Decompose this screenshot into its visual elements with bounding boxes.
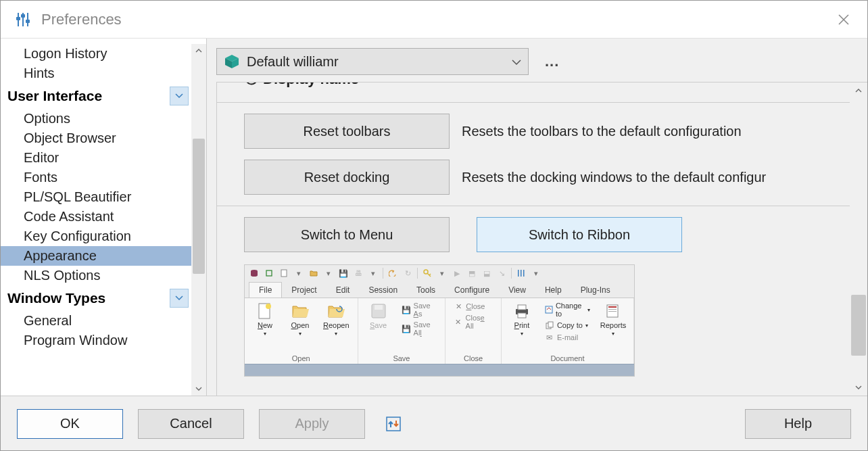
drop-icon: ▾ (323, 268, 334, 279)
reset-toolbars-desc: Resets the toolbars to the default confi… (462, 124, 742, 139)
saveall-icon: 💾 (402, 324, 411, 333)
square-icon (264, 268, 274, 279)
ok-button[interactable]: OK (17, 409, 123, 439)
svg-rect-18 (518, 305, 526, 310)
collapse-icon[interactable] (170, 87, 189, 105)
close-icon[interactable] (834, 9, 854, 30)
db-icon (249, 268, 260, 279)
reset-toolbars-button[interactable]: Reset toolbars (244, 114, 450, 149)
more-button[interactable]: ... (545, 53, 559, 70)
play-icon: ▶ (452, 268, 462, 279)
quick-access-toolbar: ▾ ▾ 💾 🖶 ▾ ↻ ▾ ▶ (245, 265, 634, 281)
sidebar-item-appearance[interactable]: Appearance (1, 246, 191, 266)
folder-reopen-icon (326, 302, 346, 320)
scroll-thumb[interactable] (193, 139, 205, 274)
ribbon-reports-button[interactable]: Reports▾ (598, 301, 628, 338)
sidebar-section-window-types[interactable]: Window Types (1, 285, 191, 311)
ribbon-tab-file[interactable]: File (249, 282, 282, 298)
sidebar-item-program-window[interactable]: Program Window (1, 331, 191, 350)
content-scrollbar[interactable] (850, 82, 867, 396)
ribbon-print-button[interactable]: Print▾ (507, 301, 537, 338)
save-icon: 💾 (338, 268, 349, 279)
import-export-icon[interactable] (384, 414, 403, 433)
sidebar-scrollbar[interactable] (191, 44, 206, 396)
close-doc-icon: ✕ (454, 302, 463, 311)
apply-button[interactable]: Apply (259, 409, 365, 439)
ribbon-tab-project[interactable]: Project (282, 283, 326, 298)
ribbon-closeall-button[interactable]: ✕Close All (451, 313, 496, 331)
scroll-up-icon[interactable] (191, 44, 206, 57)
save-icon (368, 302, 389, 320)
group-label: Document (507, 353, 628, 362)
ribbon-preview: ▾ ▾ 💾 🖶 ▾ ↻ ▾ ▶ (244, 264, 635, 377)
preferences-icon (14, 11, 32, 28)
ribbon-tab-configure[interactable]: Configure (445, 283, 499, 298)
ribbon-reopen-button[interactable]: Reopen▾ (320, 301, 352, 338)
ribbon-save-button[interactable]: Save (364, 301, 393, 331)
sidebar-item-editor[interactable]: Editor (1, 148, 191, 168)
svg-rect-16 (375, 305, 383, 310)
sidebar-item-hints[interactable]: Hints (1, 64, 191, 83)
svg-rect-12 (523, 270, 525, 277)
sidebar-item-key-configuration[interactable]: Key Configuration (1, 227, 191, 246)
ribbon-open-button[interactable]: Open▾ (285, 301, 315, 338)
change-icon (545, 305, 553, 314)
sidebar-item-object-browser[interactable]: Object Browser (1, 128, 191, 148)
svg-rect-8 (281, 270, 287, 277)
ribbon-changeto-button[interactable]: Change to▾ (542, 301, 593, 318)
drop-icon: ▾ (437, 268, 448, 279)
cancel-button[interactable]: Cancel (138, 409, 244, 439)
ribbon-saveall-button[interactable]: 💾Save All (399, 320, 440, 337)
copy-icon (545, 321, 554, 330)
key-icon (422, 268, 433, 279)
closeall-icon: ✕ (454, 317, 462, 327)
svg-rect-10 (518, 270, 519, 277)
drop-icon: ▾ (293, 268, 304, 279)
sidebar-item-plsql-beautifier[interactable]: PL/SQL Beautifier (1, 187, 191, 207)
reset-docking-button[interactable]: Reset docking (244, 160, 450, 195)
content-panel: Default williamr ... ⦿ Display name Rese… (207, 39, 867, 396)
ribbon-close-button[interactable]: ✕Close (451, 301, 496, 312)
ribbon-tab-plugins[interactable]: Plug-Ins (571, 283, 620, 298)
ribbon-new-button[interactable]: New▾ (250, 301, 280, 338)
svg-rect-3 (16, 17, 20, 20)
scroll-thumb[interactable] (851, 295, 866, 356)
sidebar-item-logon-history[interactable]: Logon History (1, 44, 191, 64)
ribbon-group-open: New▾ Open▾ Reopen▾ (245, 298, 358, 364)
ribbon-copyto-button[interactable]: Copy to▾ (542, 320, 593, 331)
profile-dropdown[interactable]: Default williamr (216, 48, 529, 75)
sidebar-item-fonts[interactable]: Fonts (1, 168, 191, 187)
svg-rect-24 (608, 306, 617, 308)
drop-icon: ▾ (531, 268, 541, 279)
collapse-icon[interactable] (170, 289, 189, 308)
open-icon (308, 268, 319, 279)
sidebar-item-code-assistant[interactable]: Code Assistant (1, 207, 191, 227)
switch-to-ribbon-button[interactable]: Switch to Ribbon (477, 217, 682, 252)
switch-to-menu-button[interactable]: Switch to Menu (244, 217, 450, 252)
tool2-icon: ⬓ (481, 268, 492, 279)
ribbon-tab-help[interactable]: Help (535, 283, 571, 298)
ribbon-saveas-button[interactable]: 💾Save As (399, 301, 440, 318)
sidebar-item-nls-options[interactable]: NLS Options (1, 266, 191, 285)
chevron-down-icon (512, 56, 521, 67)
ribbon-tab-edit[interactable]: Edit (327, 283, 360, 298)
sidebar-item-general[interactable]: General (1, 311, 191, 331)
ribbon-tabs: File Project Edit Session Tools Configur… (245, 281, 634, 298)
sidebar-item-options[interactable]: Options (1, 109, 191, 128)
ribbon-tab-session[interactable]: Session (359, 283, 407, 298)
scroll-down-icon[interactable] (191, 382, 206, 396)
email-icon: ✉ (545, 333, 554, 342)
sidebar-section-user-interface[interactable]: User Interface (1, 83, 191, 109)
scroll-up-icon[interactable] (850, 82, 867, 99)
help-button[interactable]: Help (745, 409, 851, 439)
ribbon-group-document: Print▾ Change to▾ Copy to▾ ✉E-mail (502, 298, 634, 364)
scroll-down-icon[interactable] (850, 379, 867, 396)
dialog-footer: OK Cancel Apply Help (1, 396, 867, 451)
drop-icon: ▾ (368, 268, 379, 279)
category-sidebar: Logon History Hints User Interface Optio… (1, 39, 207, 396)
ribbon-tab-view[interactable]: View (499, 283, 535, 298)
window-titlebar: Preferences (1, 1, 867, 39)
ribbon-email-button[interactable]: ✉E-mail (542, 332, 593, 343)
undo-icon (387, 268, 398, 279)
ribbon-tab-tools[interactable]: Tools (407, 283, 445, 298)
